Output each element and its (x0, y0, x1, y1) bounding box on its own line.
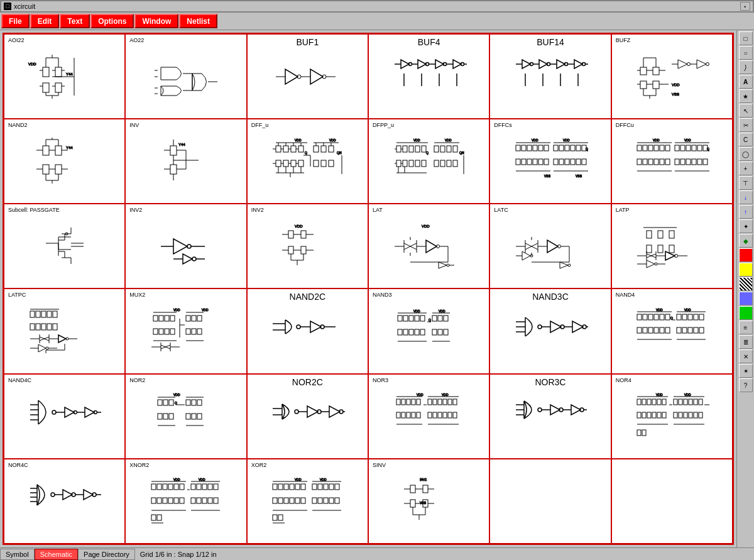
svg-rect-700 (423, 485, 428, 493)
menu-file[interactable]: File (1, 14, 30, 28)
svg-rect-591 (642, 399, 646, 405)
cell-nand3c[interactable]: NAND3C (489, 288, 611, 373)
svg-rect-637 (151, 484, 156, 490)
cell-dffcs[interactable]: DFFCs VDD VDD (489, 119, 611, 204)
pages-btn[interactable]: ≣ (739, 335, 753, 349)
cell-latp[interactable]: LATP (611, 204, 733, 288)
cell-xnor2[interactable]: XNOR2 VDD VDD (125, 459, 246, 544)
svg-rect-648 (214, 484, 218, 490)
oval-tool-btn[interactable]: ◯ (739, 147, 753, 161)
svg-rect-555 (428, 399, 432, 405)
menu-edit[interactable]: Edit (30, 14, 60, 28)
svg-rect-673 (295, 484, 300, 490)
cell-nand2[interactable]: NAND2 (4, 119, 125, 204)
text-tool-btn[interactable]: A (739, 75, 753, 89)
sparkle-btn[interactable]: ✶ (739, 364, 753, 378)
svg-marker-73 (574, 60, 582, 69)
cell-dff-u[interactable]: DFF_u VDD VDD (247, 119, 368, 204)
svg-rect-269 (675, 159, 679, 165)
up-arrow-btn[interactable]: ↑ (739, 205, 753, 219)
svg-rect-483 (677, 314, 681, 320)
svg-point-509 (52, 410, 56, 414)
status-symbol-tab[interactable]: Symbol (0, 549, 35, 560)
help-btn[interactable]: ? (739, 378, 753, 392)
circle-tool-btn[interactable]: ○ (739, 46, 753, 60)
yellow-color-btn[interactable] (739, 263, 753, 277)
cell-nor4c[interactable]: NOR4C (4, 459, 125, 544)
menu-window[interactable]: Window (134, 14, 178, 28)
svg-marker-585 (571, 405, 581, 415)
svg-rect-650 (151, 498, 156, 503)
svg-rect-689 (318, 498, 322, 503)
svg-rect-385 (53, 324, 57, 330)
blue-fill-btn[interactable] (739, 292, 753, 305)
menu-options[interactable]: Options (90, 14, 134, 28)
diamond-btn[interactable]: ◆ (739, 234, 753, 248)
wire-top-btn[interactable]: ⊤ (739, 176, 753, 190)
cell-nand4[interactable]: NAND4 VDD VDD (611, 288, 733, 373)
down-arrow-btn[interactable]: ↓ (739, 190, 753, 204)
svg-rect-671 (284, 484, 288, 490)
arc-tool-btn[interactable]: ) (739, 60, 753, 74)
cell-latpc[interactable]: LATPC (4, 288, 125, 373)
menu-text[interactable]: Text (60, 14, 90, 28)
cell-mux2[interactable]: MUX2 VDD VDD (125, 288, 246, 373)
svg-rect-491 (648, 327, 653, 333)
cell-nand4c[interactable]: NAND4C (4, 374, 125, 459)
cell-ao22[interactable]: AO22 (125, 34, 246, 119)
svg-rect-451 (403, 329, 408, 335)
cell-nor3[interactable]: NOR3 VDD VDD (368, 374, 489, 459)
status-pagedir-tab[interactable]: Page Directory (78, 549, 135, 560)
x-tool-btn[interactable]: ✕ (739, 349, 753, 363)
cut-tool-btn[interactable]: ✂ (739, 118, 753, 132)
cell-nor3c[interactable]: NOR3C (489, 374, 611, 459)
canvas-area[interactable]: AOI22 (3, 33, 734, 545)
red-color-btn[interactable] (739, 248, 753, 262)
svg-rect-685 (290, 498, 294, 503)
svg-rect-142 (298, 146, 303, 152)
star2-btn[interactable]: ✦ (739, 219, 753, 233)
svg-rect-455 (432, 329, 437, 335)
svg-point-539 (295, 410, 298, 414)
app-icon: □ (4, 3, 11, 10)
list-btn[interactable]: ≡ (739, 321, 753, 334)
svg-rect-556 (433, 399, 437, 405)
svg-rect-236 (559, 159, 564, 165)
cell-inv[interactable]: INV Y44 (125, 119, 246, 204)
star-tool-btn[interactable]: ★ (739, 89, 753, 103)
menu-netlist[interactable]: Netlist (179, 14, 217, 28)
cell-buf4[interactable]: BUF4 (368, 34, 489, 119)
green-fill-btn[interactable] (739, 306, 753, 320)
select-tool-btn[interactable]: □ (739, 31, 753, 45)
cell-lat[interactable]: LAT VDD (368, 204, 489, 288)
cell-sinv[interactable]: SINV INV2 (368, 459, 489, 544)
right-toolbar: □ ○ ) A ★ ↖ ✂ C ◯ + ⊤ ↓ ↑ ✦ ◆ ≡ ≣ ✕ ✶ ? (736, 30, 754, 547)
pattern-btn[interactable] (739, 277, 753, 291)
cell-nor4[interactable]: NOR4 VDD VDD (611, 374, 733, 459)
cell-nand2c[interactable]: NAND2C (247, 288, 368, 373)
cell-nor2[interactable]: NOR2 VDD (125, 374, 246, 459)
cell-latc[interactable]: LATC (489, 204, 611, 288)
cell-buf14[interactable]: BUF14 (489, 34, 611, 119)
cell-buf1[interactable]: BUF1 (247, 34, 368, 119)
cell-bufz[interactable]: BUFZ (611, 34, 733, 119)
pointer-tool-btn[interactable]: ↖ (739, 104, 753, 118)
maximize-button[interactable]: ▪ (740, 2, 750, 11)
copy-tool-btn[interactable]: C (739, 133, 753, 146)
status-schematic-tab[interactable]: Schematic (35, 549, 78, 560)
svg-marker-50 (418, 60, 426, 69)
cell-aoi22[interactable]: AOI22 (4, 34, 125, 119)
cell-invz[interactable]: INV2 VDD (247, 204, 368, 288)
svg-rect-191 (447, 146, 451, 152)
svg-marker-544 (329, 406, 340, 417)
cell-dfpp-u[interactable]: DFPP_u VDD VDD (368, 119, 489, 204)
cell-dffcu[interactable]: DFFCu VDD VDD (611, 119, 733, 204)
add-pin-btn[interactable]: + (739, 162, 753, 175)
cell-inv2[interactable]: INV2 (125, 204, 246, 288)
cell-nand3[interactable]: NAND3 VDD VDD (368, 288, 489, 373)
cell-passgate[interactable]: Subcell: PASSGATE (4, 204, 125, 288)
cell-nor2c[interactable]: NOR2C (247, 374, 368, 459)
cell-label: XNOR2 (129, 462, 149, 468)
svg-rect-665 (157, 515, 161, 520)
cell-xor2[interactable]: XOR2 VDD VDD (247, 459, 368, 544)
